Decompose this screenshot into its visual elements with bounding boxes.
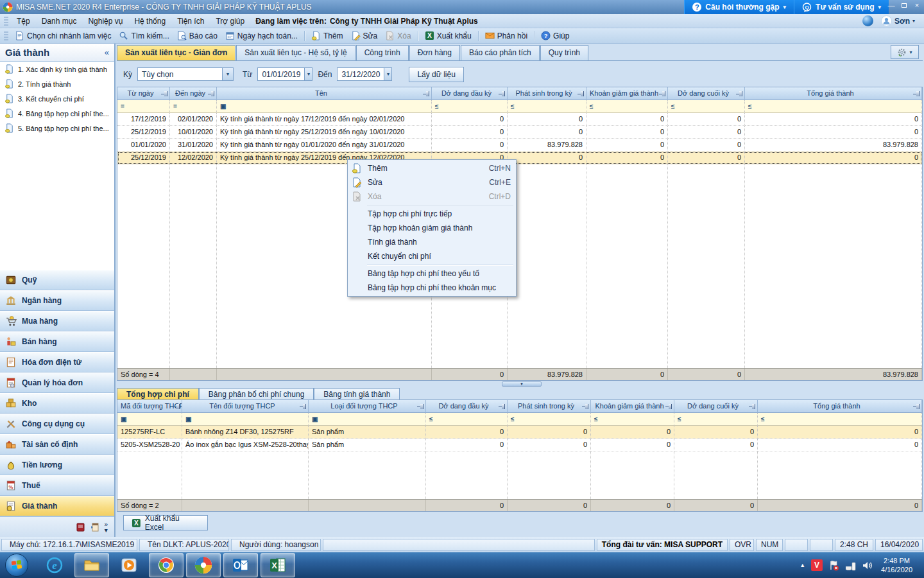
column-header[interactable]: Đến ngày [170,87,217,100]
context-bang-theo-yeu-to[interactable]: Bảng tập hợp chi phí theo yếu tố [348,267,516,281]
tab-san-xuat-gian-don[interactable]: Sản xuất liên tục - Giản đơn [117,45,235,60]
context-add[interactable]: Thêm Ctrl+N [348,161,516,175]
support-button[interactable]: Q Tư vấn sử dụng ▾ [794,0,889,14]
choose-branch-button[interactable]: Chọn chi nhánh làm việc [11,30,115,42]
filter-cell[interactable]: ≤ [591,413,674,426]
taskbar-media-player[interactable] [112,553,146,577]
filter-cell[interactable]: ≤ [586,100,668,113]
table-row-selected[interactable]: 125275RF-LCBánh nhông Z14 DF30, 125275RF… [117,426,922,439]
table-row[interactable]: 17/12/201902/01/2020Kỳ tính giá thành từ… [117,113,922,126]
column-header[interactable]: Từ ngày [117,87,170,100]
menu-tro-giup[interactable]: Trợ giúp [210,15,250,27]
report-button[interactable]: Báo cáo [173,30,221,42]
edit-button[interactable]: Sửa [347,30,382,42]
column-header[interactable]: Khoản giảm giá thành [586,87,668,100]
faq-button[interactable]: ? Câu hỏi thường gặp ▾ [684,0,794,14]
filter-cell[interactable]: ▣ [117,413,182,426]
column-header[interactable]: Dở dang đầu kỳ [432,87,508,100]
close-button[interactable]: × [912,1,921,10]
module-ban-hang[interactable]: Bán hàng [0,331,114,352]
menu-he-thong[interactable]: Hệ thống [128,15,171,27]
taskbar-file-explorer[interactable] [74,553,109,577]
start-button[interactable] [5,554,28,577]
export-button[interactable]: X Xuất khẩu [421,30,475,42]
context-tap-hop-chi-phi[interactable]: Tập hợp chi phí trực tiếp [348,207,516,221]
column-header[interactable]: Dở dang cuối kỳ [668,87,745,100]
taskbar-outlook[interactable] [223,553,258,577]
context-edit[interactable]: Sửa Ctrl+E [348,175,516,189]
module-tai-san-co-dinh[interactable]: Tài sản cố định [0,434,114,455]
period-select[interactable]: Tùy chọn ▾ [137,67,234,81]
collapse-icon[interactable]: « [105,48,109,57]
tab-bao-cao-phan-tich[interactable]: Báo cáo phân tích [461,45,540,60]
tray-volume-icon[interactable] [862,560,873,571]
menu-danh-muc[interactable]: Danh mục [36,15,83,27]
column-header[interactable]: Loại đối tượng THCP [309,400,426,413]
tab-bang-tinh-gia-thanh[interactable]: Bảng tính giá thành [314,388,400,400]
table-row[interactable]: 25/12/201910/01/2020Kỳ tính giá thành từ… [117,126,922,139]
minimize-button[interactable]: — [887,1,896,10]
posting-date-button[interactable]: Ngày hạch toán... [221,30,302,42]
filter-cell[interactable]: ≤ [432,100,508,113]
filter-cell[interactable]: ▣ [309,413,426,426]
menu-tien-ich[interactable]: Tiện ích [171,15,210,27]
feedback-button[interactable]: Phản hồi [481,30,531,42]
note-icon[interactable] [90,522,100,532]
context-delete[interactable]: Xóa Ctrl+D [348,189,516,204]
module-quy[interactable]: Quỹ [0,270,114,290]
sidebar-task-1[interactable]: 1. Xác định kỳ tính giá thành [0,62,114,76]
table-row[interactable]: 01/01/202031/01/2020Kỳ tính giá thành từ… [117,139,922,152]
tab-quy-trinh[interactable]: Quy trình [540,45,588,60]
column-header[interactable]: Tổng giá thành [745,87,922,100]
column-header[interactable]: Phát sinh trong kỳ [508,87,586,100]
sidebar-task-4[interactable]: 4. Bảng tập hợp chi phí the... [0,106,114,121]
column-header[interactable]: Mã đối tượng THCP [117,400,182,413]
module-hoa-don-dien-tu[interactable]: Hóa đơn điện tử [0,352,114,372]
module-mua-hang[interactable]: Mua hàng [0,311,114,331]
filter-cell[interactable]: = [170,100,217,113]
filter-cell[interactable]: ≤ [426,413,508,426]
to-date-input[interactable]: 31/12/2020 ▾ [337,67,392,81]
delete-button[interactable]: Xóa [381,30,415,42]
column-header[interactable]: Dở dang cuối kỳ [674,400,758,413]
menu-nghiep-vu[interactable]: Nghiệp vụ [82,15,128,27]
filter-cell[interactable]: = [117,100,170,113]
chevron-down-icon[interactable]: ▾ [304,68,312,80]
help-button[interactable]: ? Giúp [537,30,573,42]
column-header[interactable]: Tổng giá thành [758,400,922,413]
tray-ultraviewer-icon[interactable]: V [811,559,823,571]
grid-settings-button[interactable]: ▾ [891,45,919,59]
module-quan-ly-hoa-don[interactable]: Quản lý hóa đơn [0,372,114,393]
sidebar-splitter[interactable] [0,136,114,276]
taskbar-misa-sme[interactable] [186,553,221,577]
table-row-selected[interactable]: 25/12/201912/02/2020Kỳ tính giá thành từ… [117,152,922,164]
tab-tong-hop-chi-phi[interactable]: Tổng hợp chi phí [117,388,199,400]
tray-network-icon[interactable] [845,560,856,571]
user-menu[interactable]: Sơn ▾ [881,15,915,26]
filter-cell[interactable]: ≤ [745,100,922,113]
column-header[interactable]: Dở dang đầu kỳ [426,400,508,413]
sidebar-task-5[interactable]: 5. Bảng tập hợp chi phí the... [0,121,114,136]
taskbar-chrome[interactable] [149,553,184,577]
tab-san-xuat-he-so[interactable]: Sản xuất liên tục - Hệ số, tỷ lệ [236,45,355,60]
column-header[interactable]: Tên đối tượng THCP [182,400,309,413]
taskbar-internet-explorer[interactable]: e [37,553,72,577]
filter-cell[interactable]: ≤ [508,100,586,113]
module-cong-cu-dung-cu[interactable]: Công cụ dụng cụ [0,414,114,434]
add-button[interactable]: Thêm [307,30,347,42]
pane-splitter[interactable]: ▾ [117,381,923,387]
tray-expand-icon[interactable]: ▲ [800,562,805,568]
expand-icon[interactable]: »▾ [104,521,108,533]
column-header[interactable]: Khoản giảm giá thành [591,400,674,413]
module-ngan-hang[interactable]: Ngân hàng [0,290,114,311]
from-date-input[interactable]: 01/01/2019 ▾ [257,67,312,81]
chevron-down-icon[interactable]: ▾ [384,68,391,80]
tab-don-hang[interactable]: Đơn hàng [409,45,460,60]
export-excel-button[interactable]: X Xuất khẩu Excel [123,515,208,530]
load-data-button[interactable]: Lấy dữ liệu [409,67,463,82]
search-button[interactable]: Tìm kiếm... [115,30,173,42]
sidebar-task-3[interactable]: 3. Kết chuyển chi phí [0,91,114,106]
splitter-thumb[interactable]: ▾ [502,381,542,387]
tab-bang-phan-bo-chi-phi-chung[interactable]: Bảng phân bổ chi phí chung [199,388,314,400]
tray-action-center-icon[interactable] [828,560,839,571]
